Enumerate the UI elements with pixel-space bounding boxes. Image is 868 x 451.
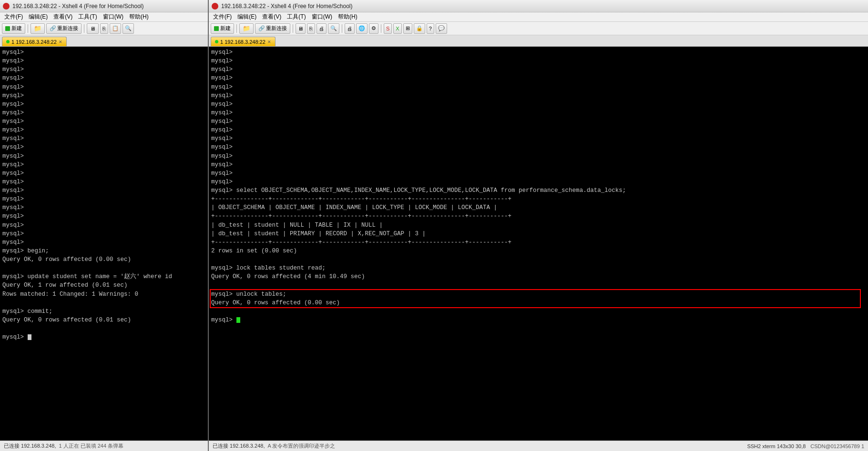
left-line-16: mysql> xyxy=(2,186,205,195)
left-line-20: mysql> xyxy=(2,221,205,230)
right-paste-icon: 🖨 xyxy=(319,26,324,31)
left-line-empty1 xyxy=(2,264,205,272)
left-line-5: mysql> xyxy=(2,91,205,100)
left-toolbar: 新建 📁 🔗 重新连接 🖥 ⎘ 📋 xyxy=(0,22,208,35)
right-line-select-cmd: mysql> select OBJECT_SCHEMA,OBJECT_NAME,… xyxy=(211,186,866,195)
left-line-13: mysql> xyxy=(2,160,205,169)
left-reconnect-btn[interactable]: 🔗 重新连接 xyxy=(46,23,82,34)
right-globe-btn[interactable]: 🌐 xyxy=(356,23,368,34)
left-tabbar: 1 192.168.3.248:22 ✕ xyxy=(0,35,208,47)
left-line-7: mysql> xyxy=(2,109,205,117)
left-line-begin: mysql> begin; xyxy=(2,247,205,255)
left-line-2: mysql> xyxy=(2,65,205,74)
left-folder-btn[interactable]: 📁 xyxy=(31,23,45,34)
right-status-text: 已连接 192.168.3.248, xyxy=(213,442,265,450)
left-menu-window[interactable]: 窗口(W) xyxy=(101,13,126,21)
app-container: 192.168.3.248:22 - Xshell 4 (Free for Ho… xyxy=(0,0,868,451)
right-paste-btn[interactable]: 🖨 xyxy=(317,23,327,34)
left-toolbar-sep2 xyxy=(84,24,84,33)
left-tab-close[interactable]: ✕ xyxy=(59,40,62,44)
left-menu-tools[interactable]: 工具(T) xyxy=(76,13,99,21)
right-menu-help[interactable]: 帮助(H) xyxy=(336,13,360,21)
left-monitor-btn[interactable]: 🖥 xyxy=(87,23,99,34)
right-terminal[interactable]: mysql> mysql> mysql> mysql> mysql> mysql… xyxy=(209,47,868,441)
left-line-prompt: mysql> xyxy=(2,333,205,341)
left-menu-view[interactable]: 查看(V) xyxy=(51,13,75,21)
right-line-table-sep3: +---------------+-------------+---------… xyxy=(211,238,866,247)
right-folder-btn[interactable]: 📁 xyxy=(239,23,254,34)
search-icon: 🔍 xyxy=(125,25,132,31)
right-line-6: mysql> xyxy=(211,100,866,109)
right-xagent-btn[interactable]: S xyxy=(384,23,392,34)
right-line-empty1 xyxy=(211,255,866,264)
right-reconnect-btn[interactable]: 🔗 重新连接 xyxy=(255,23,290,34)
right-status-right: SSH2 xterm 143x30 30,8 xyxy=(747,443,806,449)
right-folder-icon: 📁 xyxy=(243,25,250,32)
left-terminal[interactable]: mysql> mysql> mysql> mysql> mysql> mysql… xyxy=(0,47,208,441)
right-line-1: mysql> xyxy=(211,57,866,65)
right-line-15: mysql> xyxy=(211,178,866,186)
right-xftp-btn[interactable]: X xyxy=(393,23,401,34)
left-status-extra: 1 人正在 已装填 244 条弹幕 xyxy=(59,442,123,450)
right-line-12: mysql> xyxy=(211,152,866,160)
right-line-table-header: | OBJECT_SCHEMA | OBJECT_NAME | INDEX_NA… xyxy=(211,203,866,212)
right-chat-btn[interactable]: 💬 xyxy=(436,23,447,34)
left-line-9: mysql> xyxy=(2,126,205,134)
right-tabbar: 1 192.168.3.248:22 ✕ xyxy=(209,35,868,47)
right-title-text: 192.168.3.248:22 - Xshell 4 (Free for Ho… xyxy=(221,3,352,10)
left-new-btn[interactable]: 新建 xyxy=(2,23,25,34)
left-line-8: mysql> xyxy=(2,117,205,126)
left-search-btn[interactable]: 🔍 xyxy=(123,23,134,34)
right-tab-close[interactable]: ✕ xyxy=(267,40,271,44)
right-line-unlock-cmd: mysql> unlock tables; xyxy=(211,290,866,299)
left-menu-edit[interactable]: 编辑(E) xyxy=(26,13,50,21)
left-menu-file[interactable]: 文件(F) xyxy=(2,13,25,21)
right-search-btn[interactable]: 🔍 xyxy=(328,23,339,34)
left-copy-btn[interactable]: ⎘ xyxy=(100,23,108,34)
right-menu-window[interactable]: 窗口(W) xyxy=(309,13,335,21)
right-settings-btn[interactable]: ⚙ xyxy=(369,23,378,34)
left-tab[interactable]: 1 192.168.3.248:22 ✕ xyxy=(2,37,67,46)
right-line-10: mysql> xyxy=(211,134,866,143)
right-copy-icon: ⎘ xyxy=(309,26,313,31)
right-line-11: mysql> xyxy=(211,143,866,151)
right-toolbar-sep2 xyxy=(293,24,293,33)
right-help-btn[interactable]: ? xyxy=(427,23,434,34)
right-new-icon xyxy=(214,26,219,31)
left-line-update: mysql> update student set name = '赵六' wh… xyxy=(2,272,205,281)
right-menu-file[interactable]: 文件(F) xyxy=(211,13,234,21)
right-menu-edit[interactable]: 编辑(E) xyxy=(235,13,259,21)
right-grid-btn[interactable]: ⊞ xyxy=(403,23,412,34)
left-line-update-result: Query OK, 1 row affected (0.01 sec) xyxy=(2,281,205,290)
right-monitor-btn[interactable]: 🖥 xyxy=(296,23,306,34)
right-new-btn[interactable]: 新建 xyxy=(211,23,234,34)
left-line-begin-result: Query OK, 0 rows affected (0.00 sec) xyxy=(2,255,205,264)
left-line-17: mysql> xyxy=(2,195,205,203)
right-reconnect-icon: 🔗 xyxy=(258,25,265,31)
right-line-4: mysql> xyxy=(211,83,866,91)
right-menu-tools[interactable]: 工具(T) xyxy=(285,13,308,21)
left-menu-help[interactable]: 帮助(H) xyxy=(127,13,151,21)
right-statusbar: 已连接 192.168.3.248, A 发令布置的强调印迹半步之 SSH2 x… xyxy=(209,441,868,451)
right-status-extra2: CSDN@0123456789 1 xyxy=(810,443,864,449)
window-left: 192.168.3.248:22 - Xshell 4 (Free for Ho… xyxy=(0,0,209,451)
left-tab-dot xyxy=(6,40,10,43)
left-line-6: mysql> xyxy=(2,100,205,109)
right-monitor-icon: 🖥 xyxy=(298,26,303,31)
right-copy-btn[interactable]: ⎘ xyxy=(307,23,315,34)
right-line-13: mysql> xyxy=(211,160,866,169)
window-right: 192.168.3.248:22 - Xshell 4 (Free for Ho… xyxy=(209,0,868,451)
right-tab[interactable]: 1 192.168.3.248:22 ✕ xyxy=(211,37,276,46)
right-line-rowcount: 2 rows in set (0.00 sec) xyxy=(211,247,866,255)
left-line-empty3 xyxy=(2,324,205,333)
monitor-icon: 🖥 xyxy=(90,26,95,31)
right-line-unlock-result: Query OK, 0 rows affected (0.00 sec) xyxy=(211,299,866,307)
left-line-10: mysql> xyxy=(2,134,205,143)
left-paste-btn[interactable]: 📋 xyxy=(110,23,121,34)
left-line-0: mysql> xyxy=(2,48,205,57)
right-titlebar: 192.168.3.248:22 - Xshell 4 (Free for Ho… xyxy=(209,0,868,12)
right-menu-view[interactable]: 查看(V) xyxy=(260,13,284,21)
right-lock-btn[interactable]: 🔒 xyxy=(414,23,425,34)
right-toolbar-sep4 xyxy=(381,24,381,33)
right-print-btn[interactable]: 🖨 xyxy=(345,23,355,34)
